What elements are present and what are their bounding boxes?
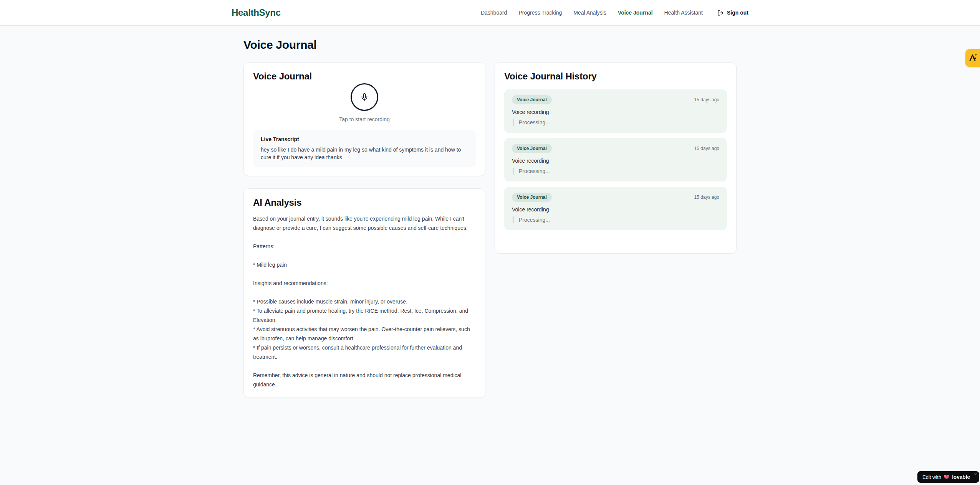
entry-title: Voice recording	[512, 158, 719, 164]
entry-status: Processing...	[513, 168, 719, 175]
page-content: Voice Journal Voice Journal Tap to start…	[243, 38, 737, 398]
nav-meal-analysis[interactable]: Meal Analysis	[573, 10, 606, 16]
nav-voice-journal[interactable]: Voice Journal	[618, 10, 653, 16]
entry-timestamp: 15 days ago	[694, 97, 719, 102]
tap-to-record-hint: Tap to start recording	[253, 116, 476, 122]
recorder-card-title: Voice Journal	[253, 71, 476, 82]
nav-health-assistant[interactable]: Health Assistant	[664, 10, 703, 16]
record-button[interactable]	[351, 83, 378, 111]
edit-with-label: Edit with	[922, 474, 941, 480]
history-entry[interactable]: Voice Journal 15 days ago Voice recordin…	[504, 187, 727, 230]
entry-timestamp: 15 days ago	[694, 146, 719, 151]
microphone-icon	[360, 93, 369, 101]
entry-status: Processing...	[513, 119, 719, 126]
app-logo[interactable]: HealthSync	[232, 7, 281, 18]
live-transcript-panel: Live Transcript hey so like I do have a …	[253, 130, 476, 167]
ai-analysis-text: Based on your journal entry, it sounds l…	[253, 214, 476, 389]
voice-journal-history-card: Voice Journal History Voice Journal 15 d…	[495, 62, 737, 254]
history-entry[interactable]: Voice Journal 15 days ago Voice recordin…	[504, 89, 727, 133]
left-column: Voice Journal Tap to start recording Liv…	[243, 62, 485, 398]
nav-progress-tracking[interactable]: Progress Tracking	[518, 10, 562, 16]
sign-out-button[interactable]: Sign out	[717, 10, 748, 16]
history-entry[interactable]: Voice Journal 15 days ago Voice recordin…	[504, 138, 727, 181]
sign-out-label: Sign out	[727, 10, 748, 16]
entry-status: Processing...	[513, 216, 719, 223]
lovable-edit-badge[interactable]: Edit with lovable ×	[917, 471, 979, 483]
history-entry-list: Voice Journal 15 days ago Voice recordin…	[504, 89, 727, 230]
main-nav: Dashboard Progress Tracking Meal Analysi…	[481, 10, 748, 16]
entry-title: Voice recording	[512, 206, 719, 213]
close-icon[interactable]: ×	[974, 472, 977, 477]
live-transcript-label: Live Transcript	[261, 136, 468, 142]
logout-icon	[717, 10, 724, 16]
nav-dashboard[interactable]: Dashboard	[481, 10, 507, 16]
lovable-heart-icon	[944, 474, 950, 480]
entry-title: Voice recording	[512, 109, 719, 115]
ai-analysis-title: AI Analysis	[253, 197, 476, 208]
ai-analysis-card: AI Analysis Based on your journal entry,…	[243, 188, 485, 398]
live-transcript-text: hey so like I do have a mild pain in my …	[261, 146, 468, 161]
history-card-title: Voice Journal History	[504, 71, 727, 82]
lovable-brand-label: lovable	[952, 474, 970, 480]
entry-timestamp: 15 days ago	[694, 195, 719, 200]
right-column: Voice Journal History Voice Journal 15 d…	[495, 62, 737, 254]
entry-type-badge: Voice Journal	[512, 95, 552, 104]
entry-type-badge: Voice Journal	[512, 144, 552, 153]
entry-type-badge: Voice Journal	[512, 193, 552, 202]
top-navbar: HealthSync Dashboard Progress Tracking M…	[0, 0, 980, 26]
voice-recorder-card: Voice Journal Tap to start recording Liv…	[243, 62, 485, 176]
browser-extension-badge[interactable]	[965, 49, 980, 67]
extension-logo-icon	[968, 53, 978, 63]
page-title: Voice Journal	[243, 38, 737, 51]
